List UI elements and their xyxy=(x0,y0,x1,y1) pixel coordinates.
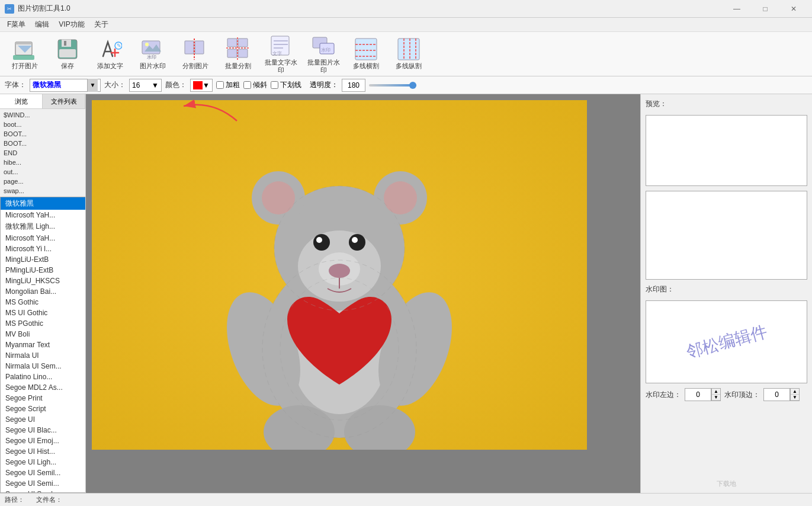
toolbar: 打开图片 保存 ✎ 添加文字 xyxy=(0,32,812,76)
minimize-button[interactable]: — xyxy=(723,0,750,18)
tab-filelist[interactable]: 文件列表 xyxy=(43,94,85,108)
dropdown-item[interactable]: Palatino Lino... xyxy=(1,372,86,382)
dropdown-item[interactable]: MV Boli xyxy=(1,329,86,340)
multi-col-split-button[interactable]: 多线纵割 xyxy=(389,35,429,73)
wm-left-label: 水印左边： xyxy=(646,390,681,400)
wm-right-value[interactable]: 0 xyxy=(763,388,790,401)
dropdown-item[interactable]: MS PGothic xyxy=(1,318,86,329)
wm-left-value[interactable]: 0 xyxy=(685,388,711,401)
italic-input[interactable] xyxy=(243,81,251,89)
list-item[interactable]: page... xyxy=(0,177,85,186)
list-item[interactable]: BOOT... xyxy=(0,129,85,139)
dropdown-item[interactable]: Myanmar Text xyxy=(1,340,86,350)
canvas-area xyxy=(86,94,640,493)
dropdown-item[interactable]: Microsoft YaH... xyxy=(1,233,86,244)
batch-text-wm-icon: 文字 xyxy=(269,34,293,57)
dropdown-item[interactable]: Segoe Print xyxy=(1,393,86,403)
multi-col-split-icon xyxy=(397,37,421,61)
dropdown-item[interactable]: Segoe UI Semil... xyxy=(1,467,86,478)
dropdown-item[interactable]: Segoe UI Semi... xyxy=(1,478,86,489)
dropdown-item[interactable]: MingLiU_HKSCS xyxy=(1,276,86,286)
left-panel: 浏览 文件列表 $WIND... boot... BOOT... BOOT...… xyxy=(0,94,86,493)
list-item[interactable]: BOOT... xyxy=(0,139,85,148)
opacity-slider[interactable] xyxy=(369,84,416,87)
font-select[interactable]: 微软雅黑 ▼ xyxy=(30,79,101,92)
dropdown-item-selected[interactable]: 微软雅黑 xyxy=(1,197,86,210)
batch-split-icon xyxy=(226,37,250,61)
italic-label: 倾斜 xyxy=(253,80,267,90)
batch-text-wm-button[interactable]: 文字 批量文字水印 xyxy=(261,35,301,73)
list-item[interactable]: hibe... xyxy=(0,158,85,167)
underline-input[interactable] xyxy=(271,81,278,89)
dropdown-item[interactable]: PMingLiU-ExtB xyxy=(1,265,86,276)
dropdown-item[interactable]: Segoe UI xyxy=(1,414,86,425)
split-image-button[interactable]: 分割图片 xyxy=(175,35,216,73)
filename-label: 文件名： xyxy=(36,495,62,504)
wm-right-down[interactable]: ▼ xyxy=(791,395,799,401)
color-picker[interactable]: ▼ xyxy=(190,79,213,92)
image-canvas[interactable] xyxy=(92,100,587,450)
open-image-label: 打开图片 xyxy=(12,62,38,70)
dropdown-item[interactable]: Microsoft Yi l... xyxy=(1,244,86,254)
underline-label: 下划线 xyxy=(280,80,301,90)
menu-vip[interactable]: VIP功能 xyxy=(54,18,89,31)
dropdown-item[interactable]: Segoe UI Blac... xyxy=(1,425,86,435)
menu-about[interactable]: 关于 xyxy=(89,18,113,31)
size-select[interactable]: 16 ▼ xyxy=(129,79,162,92)
wm-right-up[interactable]: ▲ xyxy=(791,389,799,395)
svg-rect-17 xyxy=(227,39,237,47)
menu-edit[interactable]: 编辑 xyxy=(30,18,54,31)
underline-checkbox[interactable]: 下划线 xyxy=(271,80,301,90)
status-bar: 路径： 文件名： xyxy=(0,493,812,506)
list-item[interactable]: boot... xyxy=(0,120,85,129)
multi-row-split-button[interactable]: 多线横割 xyxy=(346,35,386,73)
brand-logo: 下载地 xyxy=(646,479,807,488)
dropdown-item[interactable]: MS UI Gothic xyxy=(1,308,86,318)
wm-right-label: 水印顶边： xyxy=(724,390,760,400)
bold-input[interactable] xyxy=(216,81,224,89)
maximize-button[interactable]: □ xyxy=(752,0,779,18)
dropdown-item[interactable]: Microsoft YaH... xyxy=(1,210,86,220)
font-label: 字体： xyxy=(5,80,26,90)
opacity-thumb xyxy=(409,82,416,89)
dropdown-item[interactable]: Nirmala UI Sem... xyxy=(1,361,86,372)
close-button[interactable]: ✕ xyxy=(780,0,807,18)
list-item[interactable]: out... xyxy=(0,167,85,177)
batch-img-wm-icon: 水印 xyxy=(312,34,335,57)
wm-left-down[interactable]: ▼ xyxy=(712,395,720,401)
svg-rect-19 xyxy=(227,49,237,57)
list-item[interactable]: $WIND... xyxy=(0,110,85,120)
wm-left-up[interactable]: ▲ xyxy=(712,389,720,395)
batch-img-wm-button[interactable]: 水印 批量图片水印 xyxy=(303,35,344,73)
font-dropdown: 微软雅黑 Microsoft YaH... 微软雅黑 Ligh... Micro… xyxy=(0,197,86,493)
open-image-button[interactable]: 打开图片 xyxy=(5,35,45,73)
dropdown-item[interactable]: Segoe UI Emoj... xyxy=(1,435,86,446)
dropdown-item[interactable]: Segoe UI Hist... xyxy=(1,446,86,457)
list-item[interactable]: END xyxy=(0,148,85,158)
image-watermark-button[interactable]: 水印 图片水印 xyxy=(133,35,173,73)
dropdown-item[interactable]: Segoe MDL2 As... xyxy=(1,382,86,393)
dropdown-item[interactable]: 微软雅黑 Ligh... xyxy=(1,220,86,233)
italic-checkbox[interactable]: 倾斜 xyxy=(243,80,267,90)
save-button[interactable]: 保存 xyxy=(47,35,88,73)
menu-file[interactable]: F菜单 xyxy=(2,18,30,31)
wm-right-spinner[interactable]: ▲ ▼ xyxy=(790,388,800,401)
dropdown-item[interactable]: Segoe UI Symb... xyxy=(1,489,86,493)
add-text-button[interactable]: ✎ 添加文字 xyxy=(90,35,130,73)
wm-left-spinner[interactable]: ▲ ▼ xyxy=(711,388,721,401)
batch-split-button[interactable]: 批量分割 xyxy=(218,35,258,73)
list-item[interactable]: swap... xyxy=(0,186,85,196)
bold-checkbox[interactable]: 加粗 xyxy=(216,80,240,90)
tab-browse[interactable]: 浏览 xyxy=(0,94,43,108)
svg-point-55 xyxy=(329,264,350,278)
dropdown-item[interactable]: MingLiU-ExtB xyxy=(1,254,86,265)
svg-rect-18 xyxy=(238,39,248,47)
dropdown-item[interactable]: Nirmala UI xyxy=(1,350,86,361)
dropdown-item[interactable]: MS Gothic xyxy=(1,297,86,308)
size-arrow: ▼ xyxy=(152,81,159,89)
svg-rect-3 xyxy=(13,55,34,60)
dropdown-item[interactable]: Mongolian Bai... xyxy=(1,286,86,297)
dropdown-item[interactable]: Segoe UI Ligh... xyxy=(1,457,86,467)
svg-point-51 xyxy=(349,234,365,251)
dropdown-item[interactable]: Segoe Script xyxy=(1,403,86,414)
